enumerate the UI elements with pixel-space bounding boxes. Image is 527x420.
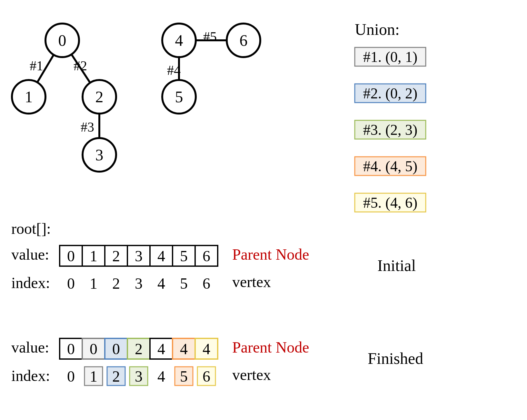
union-item-1-label: #1. (0, 1) <box>363 49 418 65</box>
edge-label-3: #3 <box>81 120 94 135</box>
initial-parent-node-label: Parent Node <box>232 246 309 263</box>
initial-index-6: 6 <box>203 275 210 292</box>
finished-index-6: 6 <box>203 368 210 385</box>
initial-value-1: 1 <box>90 247 97 265</box>
initial-index-0: 0 <box>67 275 75 292</box>
union-title: Union: <box>355 20 400 38</box>
finished-value-5: 4 <box>180 340 188 357</box>
union-item-3: #3. (2, 3) <box>355 120 426 139</box>
finished-index-label: index: <box>11 367 50 384</box>
finished-value-0: 0 <box>67 340 75 357</box>
finished-value-1: 0 <box>90 340 97 357</box>
initial-index-5: 5 <box>180 275 188 292</box>
finished-index-4: 4 <box>157 368 165 385</box>
finished-index-0: 0 <box>67 368 75 385</box>
initial-index-row: 0 1 2 3 4 5 6 <box>67 275 210 292</box>
finished-value-3: 2 <box>135 340 143 357</box>
initial-index-label: index: <box>11 274 50 291</box>
finished-value-row: 0 0 0 2 4 4 4 <box>60 338 218 359</box>
initial-value-6: 6 <box>203 247 210 265</box>
initial-value-label: value: <box>11 246 49 263</box>
node-1-label: 1 <box>25 88 33 106</box>
initial-vertex-label: vertex <box>232 273 271 290</box>
edge-label-2: #2 <box>74 58 87 73</box>
finished-state-label: Finished <box>368 349 423 367</box>
initial-value-2: 2 <box>112 247 120 265</box>
finished-index-2: 2 <box>112 368 120 385</box>
finished-vertex-label: vertex <box>232 366 271 383</box>
union-item-5-label: #5. (4, 6) <box>363 195 418 211</box>
initial-value-4: 4 <box>157 247 165 265</box>
union-item-4-label: #4. (4, 5) <box>363 158 418 175</box>
initial-state-label: Initial <box>377 256 416 275</box>
union-item-5: #5. (4, 6) <box>355 193 426 212</box>
union-item-2: #2. (0, 2) <box>355 84 426 103</box>
initial-index-2: 2 <box>112 275 120 292</box>
edge-label-1: #1 <box>30 58 43 73</box>
finished-value-6: 4 <box>203 340 210 357</box>
node-6-label: 6 <box>240 31 248 49</box>
node-5-label: 5 <box>175 88 183 106</box>
union-item-4: #4. (4, 5) <box>355 157 426 175</box>
finished-parent-node-label: Parent Node <box>232 339 309 356</box>
finished-value-2: 0 <box>112 340 120 357</box>
initial-index-1: 1 <box>90 275 97 292</box>
root-array-label: root[]: <box>11 220 51 237</box>
finished-value-4: 4 <box>157 340 165 357</box>
initial-value-3: 3 <box>135 247 143 265</box>
node-4-label: 4 <box>175 31 183 49</box>
finished-index-5: 5 <box>180 368 188 385</box>
finished-index-1: 1 <box>90 368 97 385</box>
edge-label-4: #4 <box>167 63 181 78</box>
finished-index-row: 0 1 2 3 4 5 6 <box>67 367 215 385</box>
union-item-3-label: #3. (2, 3) <box>363 122 418 138</box>
edge-label-5: #5 <box>203 29 217 44</box>
union-item-1: #1. (0, 1) <box>355 47 426 66</box>
initial-value-0: 0 <box>67 247 75 265</box>
finished-value-label: value: <box>11 339 49 356</box>
initial-index-4: 4 <box>157 275 165 292</box>
initial-index-3: 3 <box>135 275 143 292</box>
union-item-2-label: #2. (0, 2) <box>363 85 418 102</box>
node-2-label: 2 <box>95 88 104 106</box>
node-0-label: 0 <box>58 31 66 49</box>
initial-value-row: 0 1 2 3 4 5 6 <box>60 245 218 266</box>
node-3-label: 3 <box>95 146 104 164</box>
initial-value-5: 5 <box>180 247 188 265</box>
finished-index-3: 3 <box>135 368 143 385</box>
